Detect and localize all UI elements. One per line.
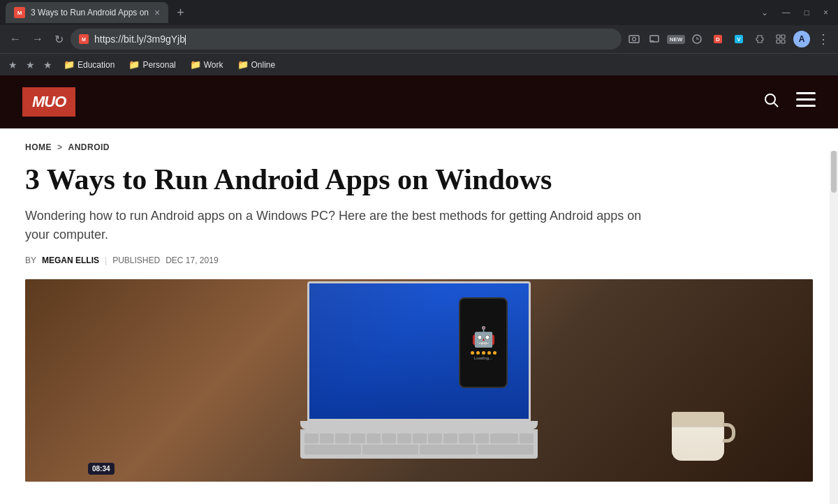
svg-rect-0 (629, 36, 639, 43)
key (362, 445, 419, 454)
article-subtitle: Wondering how to run Android apps on a W… (25, 207, 654, 244)
key (304, 445, 361, 454)
window-controls: ⌄ — □ × (757, 8, 832, 17)
breadcrumb-separator: > (57, 142, 63, 152)
bookmark-star3-icon[interactable]: ★ (41, 59, 55, 71)
address-favicon-icon: M (79, 34, 89, 44)
search-icon[interactable] (763, 91, 779, 112)
svg-line-13 (774, 103, 779, 108)
bookmark-personal[interactable]: 📁 Personal (123, 58, 181, 71)
scrollbar[interactable] (830, 151, 838, 504)
svg-rect-15 (796, 98, 816, 101)
loading-text: Loading... (474, 356, 492, 360)
breadcrumb: HOME > ANDROID (25, 142, 813, 152)
puzzle-icon[interactable] (750, 29, 770, 49)
reload-button[interactable]: ↻ (50, 30, 68, 49)
author-name[interactable]: MEGAN ELLIS (42, 255, 99, 265)
address-input[interactable]: M https://bit.ly/3m9gYjb (71, 29, 622, 50)
key (443, 433, 457, 443)
folder-icon: 📁 (190, 59, 201, 70)
svg-rect-9 (781, 35, 785, 38)
bookmark-star2-icon[interactable]: ★ (23, 59, 38, 71)
clock-icon[interactable] (687, 29, 707, 49)
tab-title: 3 Ways to Run Android Apps on (31, 8, 149, 17)
article-title: 3 Ways to Run Android Apps on Windows (25, 163, 813, 195)
android-robot-icon: 🤖 (471, 325, 496, 348)
hamburger-menu-icon[interactable] (796, 92, 816, 112)
key (304, 433, 318, 443)
bookmark-online[interactable]: 📁 Online (232, 58, 281, 71)
chevron-down-icon[interactable]: ⌄ (757, 8, 772, 17)
key (367, 433, 381, 443)
svg-point-1 (633, 38, 636, 41)
more-options-button[interactable]: ⋮ (814, 31, 832, 47)
breadcrumb-home[interactable]: HOME (25, 142, 52, 152)
folder-icon: 📁 (64, 59, 75, 70)
screen-capture-icon[interactable] (624, 29, 644, 49)
new-badge-icon[interactable]: NEW (666, 29, 686, 49)
bookmark-work-label: Work (204, 60, 223, 70)
article-meta: BY MEGAN ELLIS | PUBLISHED DEC 17, 2019 (25, 255, 813, 265)
bookmark-personal-label: Personal (142, 60, 175, 70)
active-tab[interactable]: M 3 Ways to Run Android Apps on × (6, 2, 168, 23)
key (413, 433, 427, 443)
extensions-icon[interactable] (771, 29, 791, 49)
loading-indicator (471, 351, 497, 355)
breadcrumb-category[interactable]: ANDROID (68, 142, 110, 152)
key (520, 433, 534, 443)
tab-close-button[interactable]: × (154, 8, 160, 17)
cast-icon[interactable] (645, 29, 665, 49)
key (478, 445, 534, 454)
site-logo[interactable]: MUO (22, 87, 75, 117)
svg-rect-10 (777, 40, 780, 43)
close-window-button[interactable]: × (819, 8, 832, 17)
svg-rect-14 (796, 92, 816, 94)
key (459, 433, 473, 443)
key (397, 433, 411, 443)
svg-rect-11 (781, 40, 785, 43)
laptop-visual: 🤖 Loading... (300, 281, 538, 459)
key (420, 445, 476, 454)
laptop-base (300, 421, 538, 429)
text-cursor (185, 35, 186, 45)
key (335, 433, 349, 443)
site-header-icons (763, 91, 816, 112)
url-text: https://bit.ly/3m9gYjb (94, 34, 613, 45)
forward-button[interactable]: → (28, 30, 47, 48)
maximize-button[interactable]: □ (800, 8, 814, 17)
new-tab-button[interactable]: + (171, 6, 190, 20)
by-label: BY (25, 255, 36, 265)
back-button[interactable]: ← (6, 30, 25, 48)
bookmark-work[interactable]: 📁 Work (184, 58, 229, 71)
svg-point-12 (765, 94, 775, 104)
vimeo-icon[interactable]: V (729, 29, 749, 49)
bookmarks-bar: ★ ★ ★ 📁 Education 📁 Personal 📁 Work 📁 On… (0, 53, 838, 75)
tab-bar: M 3 Ways to Run Android Apps on × + ⌄ — … (0, 0, 838, 25)
tab-favicon: M (14, 7, 25, 18)
small-device: 08:34 (88, 463, 115, 475)
profile-icon: A (793, 31, 810, 47)
scrollbar-thumb[interactable] (831, 151, 837, 193)
site-header: MUO (0, 75, 838, 128)
profile-avatar[interactable]: A (792, 29, 811, 49)
minimize-button[interactable]: — (778, 8, 795, 17)
bookmark-star-icon[interactable]: ★ (6, 59, 20, 71)
phone-device: 🤖 Loading... (459, 297, 508, 388)
page-content: MUO HOME > ANDROID 3 Ways to Run Android… (0, 75, 838, 504)
published-date: DEC 17, 2019 (166, 255, 218, 265)
bookmark-education-label: Education (78, 60, 115, 70)
key (382, 433, 396, 443)
key (320, 433, 334, 443)
svg-rect-16 (796, 105, 816, 107)
coffee-cup (666, 412, 729, 482)
published-label: PUBLISHED (112, 255, 160, 265)
toolbar-icons: NEW D V A (624, 29, 811, 49)
folder-icon: 📁 (237, 59, 249, 70)
bookmark-education[interactable]: 📁 Education (58, 58, 120, 71)
laptop-screen: 🤖 Loading... (307, 281, 531, 421)
dashlane-icon[interactable]: D (708, 29, 728, 49)
key (351, 433, 365, 443)
keyboard (300, 429, 538, 459)
key (490, 433, 518, 443)
key (428, 433, 442, 443)
